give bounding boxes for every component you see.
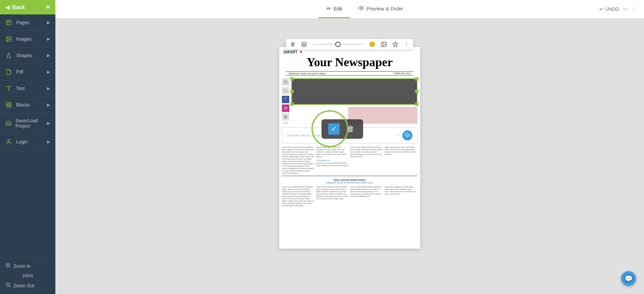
sidebar-label-pages: Pages — [16, 20, 30, 25]
main-image-area: ✓ 🗑 — [291, 78, 417, 124]
upload-cloud-button[interactable] — [402, 130, 412, 140]
chevron-icon: ▶ — [47, 86, 50, 91]
zoom-out-icon — [5, 282, 11, 289]
header-tabs: ✏ Edit Preview & Order — [318, 0, 411, 18]
bottom-col-3: ia aum et iam vesque elit cillum pit dol… — [350, 186, 383, 207]
page-content-row: f G loimus — [279, 77, 420, 125]
col-text-5: aliqua. Utura volupta cume Lorem ipsum d… — [385, 146, 417, 174]
upload-controls: ↶ — [397, 130, 412, 140]
svg-marker-5 — [7, 53, 11, 58]
sidebar-item-shapes[interactable]: Shapes ▶ — [0, 47, 55, 64]
chevron-icon: ▶ — [47, 70, 50, 74]
back-label: Back — [12, 4, 25, 10]
bottom-col-2: ia aum et iam vesque elit cillum pit dol… — [316, 186, 349, 207]
loimus-label: loimus — [282, 122, 289, 124]
upload-arrow-icon: ↶ — [397, 134, 400, 137]
page-logo: SMART ▼ — [283, 50, 416, 54]
back-button[interactable]: ◀ Back ✕ — [0, 0, 55, 14]
chevron-icon: ▶ — [47, 102, 50, 107]
svg-point-28 — [285, 108, 286, 109]
tab-edit[interactable]: ✏ Edit — [318, 0, 350, 18]
sidebar-label-save-load: Save/Load Project — [15, 118, 47, 129]
sidebar-item-blocks[interactable]: Blocks ▶ — [0, 97, 55, 113]
svg-rect-27 — [284, 107, 287, 109]
toolbar-star-btn[interactable] — [392, 41, 398, 47]
header-right: ↩ UNDO ↪ ⋮ — [599, 6, 636, 12]
logo-text: SMART — [283, 50, 298, 54]
zoom-in-icon — [5, 263, 11, 269]
sidebar-item-save-load[interactable]: Save/Load Project ▶ — [0, 113, 55, 134]
col-middle: ome pit dolese partem aliqua eos consequ… — [316, 146, 349, 174]
sidebar-item-text[interactable]: Text ▶ — [0, 80, 55, 97]
toolbar-emoji-btn[interactable]: 😊 — [369, 41, 376, 47]
svg-point-12 — [8, 139, 10, 141]
selected-image: ✓ 🗑 — [292, 79, 417, 104]
text-columns-row: ia aum et iam vesque elit cillum pit dol… — [279, 145, 420, 175]
handle-ml[interactable] — [290, 90, 294, 93]
svg-rect-10 — [9, 106, 11, 107]
handle-br[interactable] — [415, 102, 418, 106]
opacity-slider[interactable] — [312, 44, 363, 45]
main-area: ✏ Edit Preview & Order ↩ UNDO ↪ ⋮ 🗑 — [55, 0, 644, 294]
confirm-delete-button[interactable]: 🗑 — [345, 123, 356, 135]
redo-icon[interactable]: ↪ — [623, 6, 627, 12]
blocks-icon — [5, 101, 12, 108]
sidebar-label-login: Login — [16, 139, 28, 144]
handle-tl[interactable] — [290, 77, 294, 81]
handle-tr[interactable] — [415, 77, 418, 81]
chevron-icon: ▶ — [47, 37, 50, 41]
svg-point-23 — [383, 43, 383, 44]
cloud-icon-box — [282, 87, 289, 94]
toolbar-image-btn[interactable] — [381, 41, 387, 47]
svg-marker-21 — [302, 42, 307, 44]
col-text-4: ia aum et iam vesque elit cillum pit dol… — [350, 146, 383, 174]
selected-image-container[interactable]: ✓ 🗑 — [291, 78, 417, 105]
tab-preview[interactable]: Preview & Order — [350, 0, 411, 18]
undo-icon: ↩ — [599, 6, 603, 12]
svg-rect-8 — [6, 102, 8, 104]
svg-point-4 — [7, 38, 8, 38]
bottom-col-1: ia aum et iam vesque elit cillum pit dol… — [282, 186, 315, 207]
more-header-icon[interactable]: ⋮ — [631, 6, 636, 12]
chevron-icon: ▶ — [47, 139, 50, 144]
handle-mr[interactable] — [415, 90, 418, 93]
page-header: SMART ▼ Your Newspaper Baatempe ribustu … — [279, 47, 420, 76]
canvas-area: 🗑 😊 ⋮ SMART — [55, 18, 644, 294]
upload-text: Drop files here to upload — [287, 134, 320, 137]
pdf-icon — [5, 69, 12, 75]
preview-icon — [358, 5, 364, 12]
confirm-accept-button[interactable]: ✓ — [328, 123, 340, 135]
svg-rect-0 — [6, 20, 11, 25]
logo-icon: ▼ — [299, 50, 303, 54]
sidebar-item-pdf[interactable]: Pdf ▶ — [0, 64, 55, 80]
col-text-3: ia aum et iam vesque elit cillum pit dol… — [316, 162, 349, 174]
handle-bl[interactable] — [290, 102, 294, 106]
sidebar-item-images[interactable]: Images ▶ — [0, 31, 55, 47]
zoom-in-control[interactable]: Zoom In — [5, 263, 50, 269]
image-icon-box — [282, 78, 289, 86]
undo-label: UNDO — [605, 6, 619, 12]
sidebar-bottom: Zoom In 100% Zoom Out — [0, 257, 55, 294]
canvas-wrapper: 🗑 😊 ⋮ SMART — [279, 29, 420, 284]
zoom-out-control[interactable]: Zoom Out — [5, 282, 50, 289]
zoom-in-label: Zoom In — [13, 263, 31, 269]
sidebar-label-shapes: Shapes — [16, 53, 32, 58]
zoom-out-label: Zoom Out — [13, 283, 34, 288]
toolbar-delete-btn[interactable]: 🗑 — [290, 41, 296, 47]
chat-button[interactable]: 💬 — [621, 271, 636, 286]
svg-line-14 — [9, 266, 10, 267]
svg-point-20 — [360, 7, 362, 9]
sidebar-label-images: Images — [16, 36, 32, 42]
page-canvas[interactable]: SMART ▼ Your Newspaper Baatempe ribustu … — [279, 47, 420, 249]
toolbar-more-btn[interactable]: ⋮ — [404, 41, 409, 47]
confirm-overlay: ✓ 🗑 — [321, 119, 363, 139]
section-subtitle: Magnatur accae nonsentti demo mosse volu… — [282, 181, 417, 184]
sidebar-item-pages[interactable]: Pages ▶ — [0, 14, 55, 31]
facebook-icon-box: f — [282, 96, 289, 103]
sidebar-label-text: Text — [16, 86, 25, 91]
close-icon[interactable]: ✕ — [46, 4, 50, 10]
undo-button[interactable]: ↩ UNDO — [599, 6, 619, 12]
sidebar-item-login[interactable]: Login ▶ — [0, 134, 55, 150]
sidebar-label-pdf: Pdf — [16, 69, 23, 75]
toolbar-layers-btn[interactable] — [301, 41, 307, 47]
